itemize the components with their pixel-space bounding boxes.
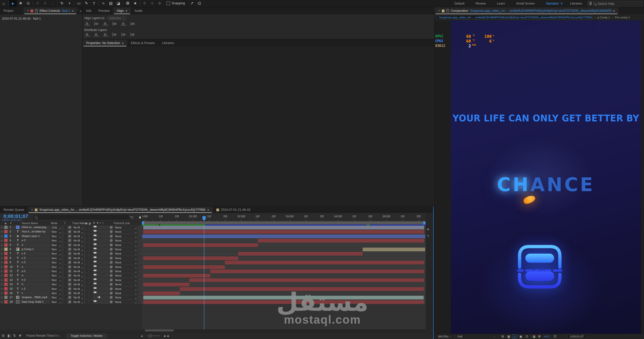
layer-row[interactable]: ›9Tn 2Norr⌄@No M⌄@None⌄ xyxy=(0,260,142,265)
parent-dropdown[interactable]: None⌄ xyxy=(114,230,138,233)
layer-row[interactable]: ›14ThNorr⌄@No M⌄@None⌄ xyxy=(0,282,142,287)
parent-dropdown[interactable]: None⌄ xyxy=(114,252,138,255)
layer-color-label[interactable] xyxy=(4,300,8,303)
layer-row[interactable]: ›17Snapins...7BMz.mp4Norr⌄@No M⌄@None⌄ xyxy=(0,295,142,300)
current-time-display[interactable]: 0;00;01;07 xyxy=(4,214,28,219)
snapping-toggle[interactable]: Snapping xyxy=(164,0,187,7)
switch-cell[interactable] xyxy=(89,234,93,238)
parent-pickwhip-icon[interactable]: @ xyxy=(110,265,113,268)
transparency-grid-icon[interactable]: ▦ xyxy=(506,334,511,338)
track-matte-dropdown[interactable]: No M⌄ xyxy=(72,274,84,277)
t-switch-cell[interactable] xyxy=(63,283,67,286)
parent-pickwhip-icon[interactable]: @ xyxy=(110,274,113,277)
layer-name[interactable]: c 2 xyxy=(22,256,25,259)
mini-flowchart-icon[interactable]: ⧉ xyxy=(2,334,4,338)
switch-cell[interactable] xyxy=(85,226,89,229)
layer-name[interactable]: Your li...et better by xyxy=(22,230,45,233)
layer-duration-bar[interactable] xyxy=(180,287,424,291)
workspace-tab-default[interactable]: Default xyxy=(449,0,470,7)
layer-duration-bar[interactable] xyxy=(189,278,424,282)
expand-arrow-icon[interactable]: › xyxy=(1,300,2,303)
layer-duration-bar[interactable] xyxy=(258,239,424,243)
layer-name[interactable]: h xyxy=(22,283,23,286)
eye-icon[interactable] xyxy=(93,252,97,254)
layer-name[interactable]: OIG4-re...eview.png xyxy=(22,226,46,229)
switch-cell[interactable] xyxy=(85,291,89,295)
track-matte-dropdown[interactable]: No M⌄ xyxy=(72,296,84,299)
layer-row[interactable]: ›1OIG4-re...eview.pngColo⌄@No M⌄@None⌄ xyxy=(0,225,142,230)
expand-arrow-icon[interactable]: › xyxy=(1,234,2,238)
orbit-camera-tool-icon[interactable]: ↺ xyxy=(34,0,41,7)
layer-row[interactable]: ›18Dark Gray Solid 1Norr⌄@No M⌄@None⌄ xyxy=(0,300,142,304)
t-switch-cell[interactable] xyxy=(63,265,67,269)
layer-row[interactable]: ›2TYour li...et better byNorr⌄@No M⌄@Non… xyxy=(0,230,142,234)
matte-pickwhip-icon[interactable]: @ xyxy=(68,256,71,259)
track-lane[interactable] xyxy=(142,282,426,287)
comp-button-icon[interactable]: ✎ xyxy=(427,234,429,238)
layer-row[interactable]: ›16TcNorr⌄@No M⌄@None⌄ xyxy=(0,291,142,295)
parent-dropdown[interactable]: None⌄ xyxy=(114,261,138,264)
matte-pickwhip-icon[interactable]: @ xyxy=(68,300,71,303)
timeline-search-input[interactable] xyxy=(32,214,130,220)
layer-name[interactable]: Snapins...7BMz.mp4 xyxy=(22,296,47,299)
parent-pickwhip-icon[interactable]: @ xyxy=(110,239,113,242)
expand-arrow-icon[interactable]: › xyxy=(1,283,2,286)
snap-expand-icon[interactable]: ⊡ xyxy=(196,0,203,7)
layer-duration-bar[interactable] xyxy=(143,283,190,286)
matte-pickwhip-icon[interactable]: @ xyxy=(68,265,71,268)
timeline-zoom-slider[interactable] xyxy=(147,335,160,336)
switches-icon[interactable]: ⇅ xyxy=(13,334,16,337)
t-switch-cell[interactable] xyxy=(63,296,67,299)
track-lane[interactable] xyxy=(142,230,426,234)
layer-color-label[interactable] xyxy=(4,274,8,277)
mode-dropdown[interactable]: Norr⌄ xyxy=(50,287,62,291)
switch-cell[interactable] xyxy=(85,300,89,304)
switch-cell[interactable] xyxy=(89,230,93,233)
layer-duration-bar[interactable] xyxy=(143,274,210,278)
switch-cell[interactable] xyxy=(85,230,89,233)
parent-pickwhip-icon[interactable]: @ xyxy=(110,252,113,255)
parent-pickwhip-icon[interactable]: @ xyxy=(110,278,113,281)
eye-icon[interactable] xyxy=(93,274,97,276)
t-switch-cell[interactable] xyxy=(63,226,67,229)
switch-cell[interactable] xyxy=(85,239,89,242)
track-lane[interactable] xyxy=(142,269,426,274)
zoom-out-icon[interactable]: ▴ xyxy=(141,334,143,337)
expand-arrow-icon[interactable]: › xyxy=(1,230,2,233)
composition-viewport[interactable]: YOUR LIFE CAN ONLY GET BETTER BY CHANCE xyxy=(435,20,644,334)
switch-cell[interactable] xyxy=(89,300,93,304)
parent-dropdown[interactable]: None⌄ xyxy=(114,243,138,247)
distribute-icon-4[interactable] xyxy=(121,33,126,37)
breadcrumb-current[interactable]: Snapinsta.app_video_An ... on4iieRJZH4R8… xyxy=(437,15,592,20)
collaborate-icon[interactable]: ❖ xyxy=(19,334,22,337)
tab-effects-presets[interactable]: Effects & Presets xyxy=(127,40,158,47)
switch-cell[interactable] xyxy=(89,296,93,299)
align-icon-2[interactable] xyxy=(103,22,108,26)
parent-pickwhip-icon[interactable]: @ xyxy=(110,248,113,251)
layer-name[interactable]: Shape Layer 1 xyxy=(22,234,40,238)
track-lane[interactable] xyxy=(142,256,426,260)
expand-arrow-icon[interactable]: › xyxy=(1,296,2,299)
switch-cell[interactable] xyxy=(89,256,93,260)
pen-tool-icon[interactable]: ✎ xyxy=(83,0,90,7)
layer-duration-bar[interactable] xyxy=(143,291,180,295)
parent-dropdown[interactable]: None⌄ xyxy=(114,278,138,282)
expand-arrow-icon[interactable]: › xyxy=(1,261,2,264)
eye-icon[interactable] xyxy=(93,261,97,262)
track-matte-dropdown[interactable]: No M⌄ xyxy=(72,234,84,238)
type-tool-icon[interactable]: T xyxy=(90,0,98,7)
tab-info[interactable]: Info xyxy=(83,7,95,14)
layer-row[interactable]: ›8Tc 2Norr⌄@No M⌄@None⌄ xyxy=(0,256,142,260)
layer-row[interactable]: ›3★Shape Layer 1Norr⌄@No M⌄@None⌄ xyxy=(0,234,142,239)
switch-cell[interactable] xyxy=(89,243,93,247)
preview-time-display[interactable]: 0;00;01;07 xyxy=(567,334,587,338)
tab-composition[interactable]: × Composition Snapinsta.app_video_An ...… xyxy=(435,7,618,14)
mode-dropdown[interactable]: Colo⌄ xyxy=(50,226,62,229)
comp-mini-flowchart-icon[interactable]: ⌥ xyxy=(128,214,134,220)
layer-color-label[interactable] xyxy=(4,265,8,268)
layer-duration-bar[interactable] xyxy=(143,226,424,229)
parent-pickwhip-icon[interactable]: @ xyxy=(110,296,113,299)
matte-pickwhip-icon[interactable]: @ xyxy=(68,296,71,299)
switch-cell[interactable] xyxy=(89,239,93,242)
layer-color-label[interactable] xyxy=(4,283,8,286)
